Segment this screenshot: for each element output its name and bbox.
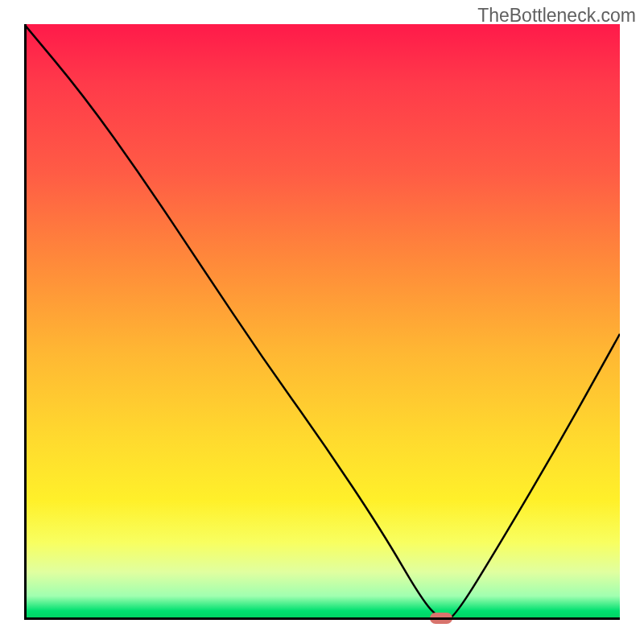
bottleneck-curve bbox=[24, 24, 620, 620]
chart-area bbox=[24, 24, 620, 620]
chart-svg bbox=[24, 24, 620, 620]
y-axis bbox=[24, 24, 27, 620]
x-axis bbox=[24, 617, 620, 620]
watermark-text: TheBottleneck.com bbox=[477, 5, 636, 27]
